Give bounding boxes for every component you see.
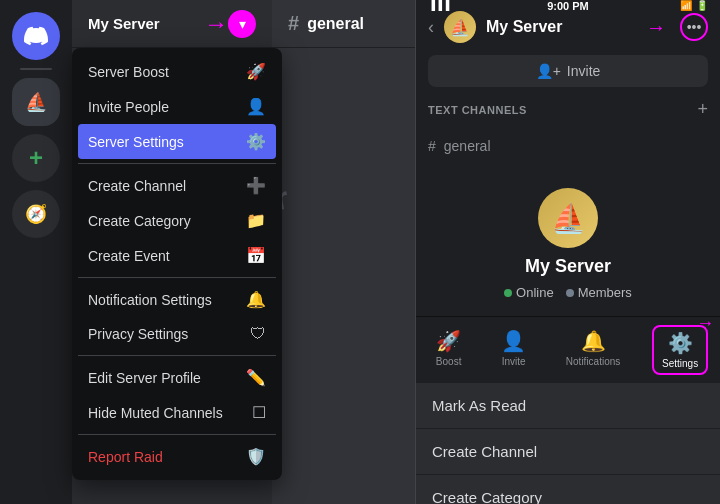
menu-item-label: Report Raid [88,449,163,465]
menu-item-label: Invite People [88,99,169,115]
members-dot [566,289,574,297]
general-channel[interactable]: # general [428,132,708,160]
server-banner: ⛵ My Server Online Members [416,172,720,316]
invite-icon: 👤 [246,97,266,116]
more-button[interactable]: ••• [680,13,708,41]
notifications-tab-label: Notifications [566,356,620,367]
menu-item-report-raid[interactable]: Report Raid 🛡️ [78,439,276,474]
back-icon[interactable]: ‹ [428,17,434,38]
more-icon: ••• [687,19,702,35]
menu-divider-1 [78,163,276,164]
invite-icon-mobile: 👤+ [536,63,561,79]
sidebar-divider [20,68,52,70]
chat-header: # general [272,0,415,48]
menu-item-server-boost[interactable]: Server Boost 🚀 [78,54,276,89]
menu-item-label: Create Event [88,248,170,264]
invite-tab[interactable]: 👤 Invite [493,325,534,375]
menu-item-label: Server Boost [88,64,169,80]
privacy-icon: 🛡 [250,325,266,343]
online-label: Online [516,285,554,300]
notifications-tab-icon: 🔔 [581,329,606,353]
pink-arrow-left: → [204,10,228,38]
boost-tab-icon: 🚀 [436,329,461,353]
menu-item-create-channel[interactable]: Create Channel ➕ [78,168,276,203]
menu-item-edit-server-profile[interactable]: Edit Server Profile ✏️ [78,360,276,395]
add-channel-button[interactable]: + [697,99,708,120]
settings-tab[interactable]: → ⚙️ Settings [652,325,708,375]
invite-tab-icon: 👤 [501,329,526,353]
server-header[interactable]: My Server → ▾ [72,0,272,48]
report-icon: 🛡️ [246,447,266,466]
members-label: Members [578,285,632,300]
menu-divider-2 [78,277,276,278]
left-panel: ⛵ + 🧭 My Server → ▾ Server Boost 🚀 Invit… [0,0,415,504]
create-category-mobile-label: Create Category [432,489,542,504]
settings-pink-arrow: → [696,313,714,334]
mobile-bottom-tabs: 🚀 Boost 👤 Invite 🔔 Notifications → ⚙️ Se… [416,316,720,383]
menu-item-label: Hide Muted Channels [88,405,223,421]
my-server-icon[interactable]: ⛵ [12,78,60,126]
boost-icon: 🚀 [246,62,266,81]
online-status: Online [504,285,554,300]
server-status: Online Members [504,285,632,300]
mobile-header: ‹ ⛵ My Server → ••• [416,11,720,43]
channel-hash-icon: # [428,138,436,154]
server-banner-icon: ⛵ [538,188,598,248]
settings-tab-icon: ⚙️ [668,331,693,355]
menu-item-notification-settings[interactable]: Notification Settings 🔔 [78,282,276,317]
create-category-mobile-button[interactable]: Create Category [416,475,720,504]
create-channel-icon: ➕ [246,176,266,195]
menu-item-label: Notification Settings [88,292,212,308]
mark-as-read-button[interactable]: Mark As Read [416,383,720,429]
dropdown-button[interactable]: ▾ [228,10,256,38]
invite-button-mobile[interactable]: 👤+ Invite [428,55,708,87]
hide-icon: ☐ [252,403,266,422]
add-server-icon[interactable]: + [12,134,60,182]
text-channels-label: TEXT CHANNELS [428,104,697,116]
create-event-icon: 📅 [246,246,266,265]
menu-item-hide-muted-channels[interactable]: Hide Muted Channels ☐ [78,395,276,430]
pink-arrow-right: → [646,16,666,39]
settings-tab-label: Settings [662,358,698,369]
notification-icon: 🔔 [246,290,266,309]
context-menu: Server Boost 🚀 Invite People 👤 Server Se… [72,48,282,480]
invite-tab-label: Invite [502,356,526,367]
menu-item-server-settings[interactable]: Server Settings ⚙️ [78,124,276,159]
mobile-action-list: Mark As Read Create Channel Create Categ… [416,383,720,504]
discord-icon[interactable] [12,12,60,60]
online-dot [504,289,512,297]
menu-item-label: Server Settings [88,134,184,150]
right-panel: ▐▐▐ 9:00 PM 📶🔋 ‹ ⛵ My Server → ••• 👤+ In… [415,0,720,504]
chat-area: # general [272,0,415,504]
menu-item-create-event[interactable]: Create Event 📅 [78,238,276,273]
status-time: 9:00 PM [547,0,589,12]
create-channel-mobile-button[interactable]: Create Channel [416,429,720,475]
menu-divider-4 [78,434,276,435]
members-status: Members [566,285,632,300]
server-banner-name: My Server [525,256,611,277]
menu-item-invite-people[interactable]: Invite People 👤 [78,89,276,124]
edit-icon: ✏️ [246,368,266,387]
notifications-tab[interactable]: 🔔 Notifications [558,325,628,375]
boost-tab-label: Boost [436,356,462,367]
invite-label: Invite [567,63,600,79]
battery-icon: 📶🔋 [680,0,708,11]
menu-item-label: Create Category [88,213,191,229]
menu-item-label: Edit Server Profile [88,370,201,386]
create-category-icon: 📁 [246,211,266,230]
mobile-server-name: My Server [486,18,636,36]
signal-icon: ▐▐▐ [428,0,449,11]
dropdown-icon: ▾ [239,16,246,32]
mobile-server-info: 👤+ Invite TEXT CHANNELS + # general [416,43,720,172]
mobile-status-bar: ▐▐▐ 9:00 PM 📶🔋 [416,0,720,11]
boost-tab[interactable]: 🚀 Boost [428,325,470,375]
discover-icon[interactable]: 🧭 [12,190,60,238]
hash-icon: # [288,12,299,35]
mark-as-read-label: Mark As Read [432,397,526,414]
channel-name: # general [288,12,364,35]
menu-divider-3 [78,355,276,356]
server-avatar: ⛵ [444,11,476,43]
menu-item-privacy-settings[interactable]: Privacy Settings 🛡 [78,317,276,351]
menu-item-label: Privacy Settings [88,326,188,342]
menu-item-create-category[interactable]: Create Category 📁 [78,203,276,238]
